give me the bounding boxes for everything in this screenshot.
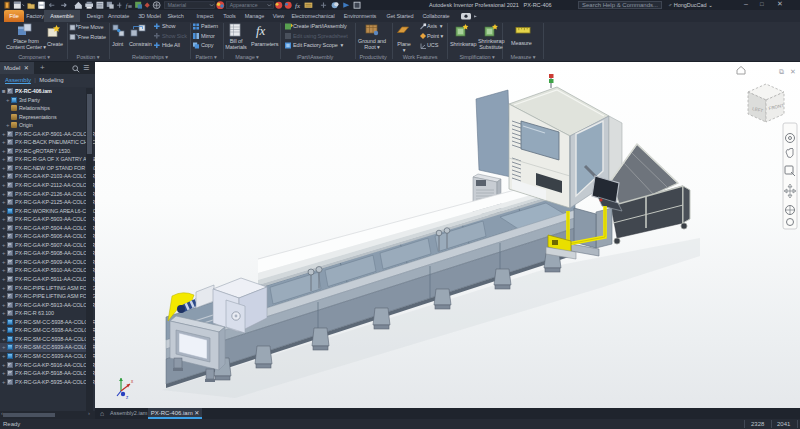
svg-text:fx: fx [295, 2, 300, 9]
svg-text:x: x [131, 379, 134, 384]
svg-text:Material: Material [168, 2, 186, 8]
svg-text:f: f [126, 3, 129, 9]
svg-text:⧉: ⧉ [779, 68, 784, 75]
svg-text:✕: ✕ [790, 68, 796, 75]
svg-text:fx: fx [256, 23, 266, 38]
svg-text:Appearance: Appearance [230, 2, 258, 8]
svg-text:z: z [126, 395, 129, 400]
